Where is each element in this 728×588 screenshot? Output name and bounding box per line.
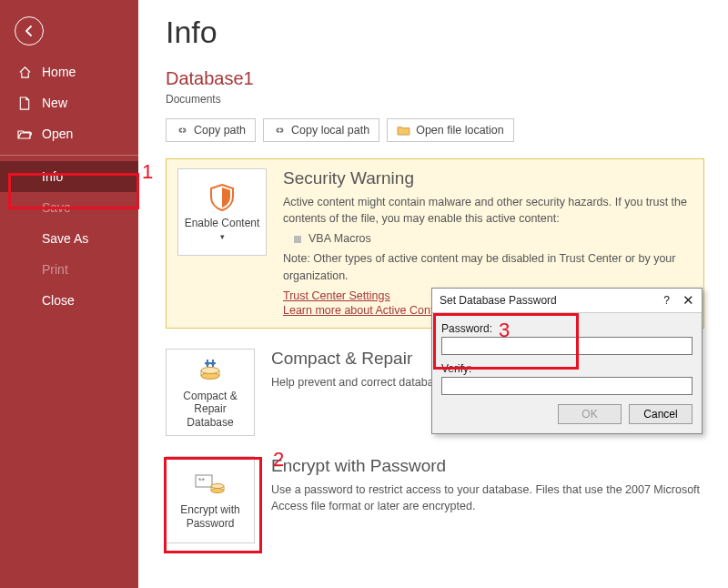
verify-label: Verify: <box>441 362 693 375</box>
active-content-link[interactable]: Learn more about Active Content <box>283 304 450 317</box>
nav-save-as[interactable]: Save As <box>0 223 138 254</box>
nav-label: Home <box>42 65 76 79</box>
trust-center-link[interactable]: Trust Center Settings <box>283 289 390 302</box>
backstage-sidebar: Home New Open Info Save Save As Print <box>0 0 138 588</box>
verify-input[interactable] <box>441 377 693 395</box>
link-icon <box>176 125 188 136</box>
dialog-titlebar[interactable]: Set Database Password ? ✕ <box>432 289 702 313</box>
encrypt-password-tile[interactable]: ** Encrypt with Password <box>166 456 255 543</box>
dialog-help-button[interactable]: ? <box>663 294 670 307</box>
security-text: Active content might contain malware and… <box>283 194 693 227</box>
nav-label: New <box>42 96 67 110</box>
path-toolbar: Copy path Copy local path Open file loca… <box>166 118 704 142</box>
shield-icon <box>209 182 235 213</box>
database-name: Database1 <box>166 68 704 89</box>
security-bullet: VBA Macros <box>294 230 693 247</box>
nav-label: Info <box>42 169 63 184</box>
copy-path-button[interactable]: Copy path <box>166 118 256 142</box>
back-button[interactable] <box>15 16 44 46</box>
nav-new[interactable]: New <box>0 87 138 118</box>
nav-open[interactable]: Open <box>0 118 138 149</box>
cancel-button[interactable]: Cancel <box>629 404 693 424</box>
nav-home[interactable]: Home <box>0 56 138 87</box>
new-icon <box>16 96 33 110</box>
encrypt-heading: Encrypt with Password <box>271 456 704 476</box>
encrypt-icon: ** <box>195 469 226 500</box>
svg-point-4 <box>211 489 224 493</box>
copy-local-path-button[interactable]: Copy local path <box>263 118 379 142</box>
nav-label: Save As <box>42 231 88 246</box>
nav-label: Print <box>42 262 68 277</box>
nav-label: Save <box>42 200 71 215</box>
security-note: Note: Other types of active content may … <box>283 250 693 283</box>
nav-print: Print <box>0 254 138 285</box>
security-heading: Security Warning <box>283 168 693 188</box>
enable-content-tile[interactable]: Enable Content ▾ <box>177 168 267 256</box>
home-icon <box>16 66 33 79</box>
svg-point-1 <box>201 368 219 374</box>
open-file-location-button[interactable]: Open file location <box>387 118 514 142</box>
database-path: Documents <box>166 93 704 106</box>
folder-icon <box>397 125 410 136</box>
svg-text:**: ** <box>198 476 206 485</box>
compact-icon <box>197 355 224 386</box>
nav-info[interactable]: Info <box>0 161 138 192</box>
nav-close[interactable]: Close <box>0 285 138 316</box>
page-title: Info <box>166 15 704 50</box>
link-icon <box>273 125 286 136</box>
nav-label: Open <box>42 127 73 141</box>
chevron-down-icon: ▾ <box>220 232 225 241</box>
dialog-close-button[interactable]: ✕ <box>682 292 694 309</box>
set-password-dialog: Set Database Password ? ✕ Password: Veri… <box>431 288 703 434</box>
ok-button[interactable]: OK <box>558 404 622 424</box>
nav-save: Save <box>0 192 138 223</box>
svg-point-5 <box>211 484 224 489</box>
dialog-title-text: Set Database Password <box>440 294 557 307</box>
nav-label: Close <box>42 293 75 308</box>
password-label: Password: <box>441 322 693 335</box>
encrypt-desc: Use a password to restrict access to you… <box>271 482 704 514</box>
password-input[interactable] <box>441 337 693 355</box>
arrow-left-icon <box>23 25 35 37</box>
compact-repair-tile[interactable]: Compact & Repair Database <box>166 349 255 436</box>
open-icon <box>16 128 33 140</box>
